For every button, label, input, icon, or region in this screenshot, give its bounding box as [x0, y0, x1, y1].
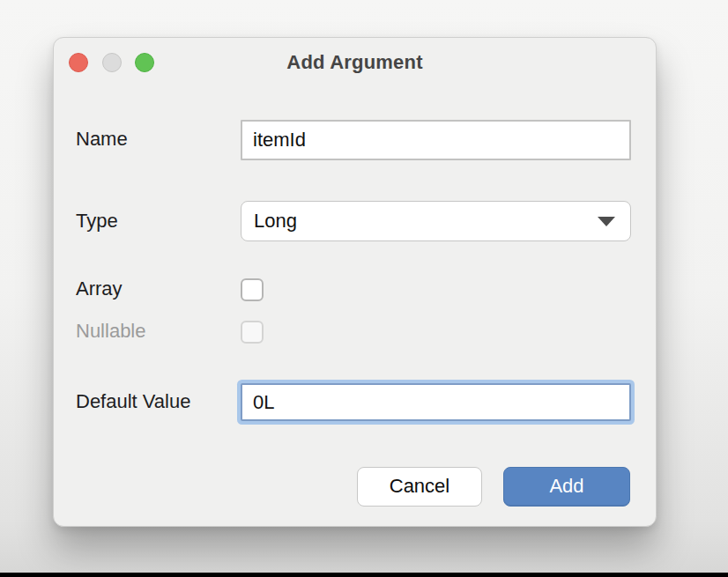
array-checkbox[interactable]	[241, 278, 264, 301]
type-label: Type	[76, 210, 118, 233]
type-dropdown-value: Long	[241, 210, 598, 233]
caret-down-icon	[598, 217, 615, 226]
nullable-label: Nullable	[76, 320, 146, 343]
type-dropdown[interactable]: Long	[241, 201, 631, 241]
screen-bottom-edge	[0, 573, 728, 577]
add-button[interactable]: Add	[503, 467, 630, 507]
name-input[interactable]	[241, 120, 631, 160]
default-value-input[interactable]	[241, 383, 631, 421]
dialog-title: Add Argument	[54, 51, 656, 74]
add-argument-dialog: Add Argument Name Type Long Array Nullab…	[53, 37, 657, 527]
name-label: Name	[76, 128, 128, 151]
array-label: Array	[76, 277, 123, 300]
nullable-checkbox	[241, 321, 264, 344]
default-value-label: Default Value	[76, 390, 190, 413]
cancel-button[interactable]: Cancel	[357, 467, 482, 507]
